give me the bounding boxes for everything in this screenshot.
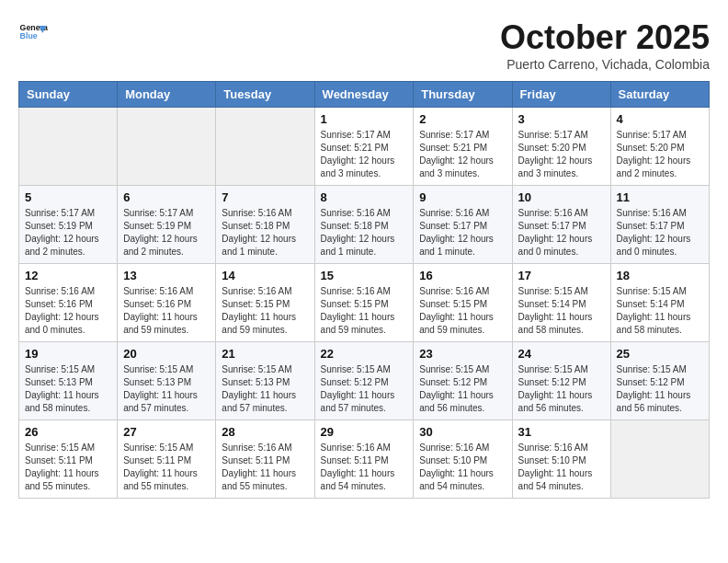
calendar-cell: 6Sunrise: 5:17 AM Sunset: 5:19 PM Daylig… <box>118 186 216 264</box>
calendar-cell: 25Sunrise: 5:15 AM Sunset: 5:12 PM Dayli… <box>610 342 709 420</box>
calendar-cell: 4Sunrise: 5:17 AM Sunset: 5:20 PM Daylig… <box>610 108 709 186</box>
weekday-header-row: SundayMondayTuesdayWednesdayThursdayFrid… <box>19 82 710 108</box>
page-header: General Blue October 2025 Puerto Carreno… <box>18 18 710 72</box>
day-number: 4 <box>617 112 703 126</box>
weekday-header-monday: Monday <box>118 82 216 108</box>
day-info: Sunrise: 5:15 AM Sunset: 5:12 PM Dayligh… <box>617 363 703 415</box>
calendar-cell: 2Sunrise: 5:17 AM Sunset: 5:21 PM Daylig… <box>414 108 512 186</box>
day-number: 11 <box>617 190 703 204</box>
day-number: 8 <box>321 190 408 204</box>
day-number: 10 <box>518 190 605 204</box>
calendar-cell: 9Sunrise: 5:16 AM Sunset: 5:17 PM Daylig… <box>414 186 512 264</box>
day-info: Sunrise: 5:16 AM Sunset: 5:15 PM Dayligh… <box>222 285 308 337</box>
calendar-cell: 27Sunrise: 5:15 AM Sunset: 5:11 PM Dayli… <box>118 420 216 499</box>
weekday-header-wednesday: Wednesday <box>314 82 414 108</box>
calendar-cell: 21Sunrise: 5:15 AM Sunset: 5:13 PM Dayli… <box>216 342 314 420</box>
day-number: 18 <box>617 269 703 282</box>
weekday-header-sunday: Sunday <box>19 82 118 108</box>
day-number: 22 <box>321 347 408 361</box>
day-number: 31 <box>518 425 605 439</box>
month-title: October 2025 <box>500 18 710 57</box>
day-info: Sunrise: 5:16 AM Sunset: 5:17 PM Dayligh… <box>419 207 506 259</box>
day-number: 21 <box>222 347 308 361</box>
day-info: Sunrise: 5:15 AM Sunset: 5:11 PM Dayligh… <box>123 442 210 493</box>
day-info: Sunrise: 5:15 AM Sunset: 5:13 PM Dayligh… <box>123 363 210 415</box>
calendar-cell <box>216 108 314 186</box>
calendar-cell: 10Sunrise: 5:16 AM Sunset: 5:17 PM Dayli… <box>512 186 610 264</box>
weekday-header-thursday: Thursday <box>414 82 512 108</box>
day-number: 7 <box>222 190 308 204</box>
calendar-cell <box>610 420 709 499</box>
calendar-cell: 16Sunrise: 5:16 AM Sunset: 5:15 PM Dayli… <box>414 264 512 342</box>
day-number: 20 <box>123 347 210 361</box>
day-number: 23 <box>419 347 506 361</box>
day-number: 6 <box>123 190 210 204</box>
day-info: Sunrise: 5:16 AM Sunset: 5:17 PM Dayligh… <box>518 207 605 259</box>
weekday-header-saturday: Saturday <box>610 82 709 108</box>
calendar-cell: 24Sunrise: 5:15 AM Sunset: 5:12 PM Dayli… <box>512 342 610 420</box>
calendar-cell: 26Sunrise: 5:15 AM Sunset: 5:11 PM Dayli… <box>19 420 118 499</box>
calendar-table: SundayMondayTuesdayWednesdayThursdayFrid… <box>18 81 710 499</box>
day-info: Sunrise: 5:16 AM Sunset: 5:15 PM Dayligh… <box>321 285 408 337</box>
calendar-cell <box>118 108 216 186</box>
day-info: Sunrise: 5:15 AM Sunset: 5:12 PM Dayligh… <box>419 363 506 415</box>
day-info: Sunrise: 5:16 AM Sunset: 5:11 PM Dayligh… <box>222 442 308 493</box>
day-number: 30 <box>419 425 506 439</box>
calendar-cell: 5Sunrise: 5:17 AM Sunset: 5:19 PM Daylig… <box>19 186 118 264</box>
calendar-cell: 12Sunrise: 5:16 AM Sunset: 5:16 PM Dayli… <box>19 264 118 342</box>
day-number: 16 <box>419 269 506 282</box>
calendar-cell: 31Sunrise: 5:16 AM Sunset: 5:10 PM Dayli… <box>512 420 610 499</box>
day-number: 2 <box>419 112 506 126</box>
calendar-cell: 15Sunrise: 5:16 AM Sunset: 5:15 PM Dayli… <box>314 264 414 342</box>
day-info: Sunrise: 5:15 AM Sunset: 5:12 PM Dayligh… <box>518 363 605 415</box>
day-info: Sunrise: 5:15 AM Sunset: 5:13 PM Dayligh… <box>222 363 308 415</box>
logo: General Blue <box>18 18 48 48</box>
calendar-cell: 22Sunrise: 5:15 AM Sunset: 5:12 PM Dayli… <box>314 342 414 420</box>
day-number: 14 <box>222 269 308 282</box>
day-number: 24 <box>518 347 605 361</box>
day-info: Sunrise: 5:17 AM Sunset: 5:21 PM Dayligh… <box>419 129 506 180</box>
calendar-cell: 13Sunrise: 5:16 AM Sunset: 5:16 PM Dayli… <box>118 264 216 342</box>
day-info: Sunrise: 5:16 AM Sunset: 5:15 PM Dayligh… <box>419 285 506 337</box>
week-row-2: 5Sunrise: 5:17 AM Sunset: 5:19 PM Daylig… <box>19 186 710 264</box>
day-info: Sunrise: 5:15 AM Sunset: 5:13 PM Dayligh… <box>25 363 111 415</box>
calendar-cell: 23Sunrise: 5:15 AM Sunset: 5:12 PM Dayli… <box>414 342 512 420</box>
calendar-cell: 19Sunrise: 5:15 AM Sunset: 5:13 PM Dayli… <box>19 342 118 420</box>
calendar-cell: 8Sunrise: 5:16 AM Sunset: 5:18 PM Daylig… <box>314 186 414 264</box>
day-number: 26 <box>25 425 111 439</box>
calendar-cell: 18Sunrise: 5:15 AM Sunset: 5:14 PM Dayli… <box>610 264 709 342</box>
day-number: 29 <box>321 425 408 439</box>
day-info: Sunrise: 5:15 AM Sunset: 5:14 PM Dayligh… <box>518 285 605 337</box>
day-info: Sunrise: 5:15 AM Sunset: 5:14 PM Dayligh… <box>617 285 703 337</box>
calendar-cell: 30Sunrise: 5:16 AM Sunset: 5:10 PM Dayli… <box>414 420 512 499</box>
day-number: 13 <box>123 269 210 282</box>
week-row-3: 12Sunrise: 5:16 AM Sunset: 5:16 PM Dayli… <box>19 264 710 342</box>
day-number: 3 <box>518 112 605 126</box>
day-info: Sunrise: 5:17 AM Sunset: 5:21 PM Dayligh… <box>321 129 408 180</box>
svg-text:Blue: Blue <box>20 31 38 40</box>
day-info: Sunrise: 5:16 AM Sunset: 5:18 PM Dayligh… <box>321 207 408 259</box>
calendar-cell: 14Sunrise: 5:16 AM Sunset: 5:15 PM Dayli… <box>216 264 314 342</box>
day-info: Sunrise: 5:16 AM Sunset: 5:16 PM Dayligh… <box>123 285 210 337</box>
day-number: 28 <box>222 425 308 439</box>
week-row-4: 19Sunrise: 5:15 AM Sunset: 5:13 PM Dayli… <box>19 342 710 420</box>
location: Puerto Carreno, Vichada, Colombia <box>500 57 710 72</box>
day-info: Sunrise: 5:17 AM Sunset: 5:20 PM Dayligh… <box>518 129 605 180</box>
day-number: 5 <box>25 190 111 204</box>
calendar-cell <box>19 108 118 186</box>
day-number: 17 <box>518 269 605 282</box>
calendar-cell: 17Sunrise: 5:15 AM Sunset: 5:14 PM Dayli… <box>512 264 610 342</box>
calendar-cell: 20Sunrise: 5:15 AM Sunset: 5:13 PM Dayli… <box>118 342 216 420</box>
day-number: 27 <box>123 425 210 439</box>
day-info: Sunrise: 5:16 AM Sunset: 5:16 PM Dayligh… <box>25 285 111 337</box>
day-number: 19 <box>25 347 111 361</box>
day-info: Sunrise: 5:15 AM Sunset: 5:12 PM Dayligh… <box>321 363 408 415</box>
day-info: Sunrise: 5:16 AM Sunset: 5:11 PM Dayligh… <box>321 442 408 493</box>
day-info: Sunrise: 5:17 AM Sunset: 5:19 PM Dayligh… <box>123 207 210 259</box>
logo-icon: General Blue <box>18 18 48 48</box>
calendar-cell: 1Sunrise: 5:17 AM Sunset: 5:21 PM Daylig… <box>314 108 414 186</box>
calendar-cell: 3Sunrise: 5:17 AM Sunset: 5:20 PM Daylig… <box>512 108 610 186</box>
day-number: 25 <box>617 347 703 361</box>
day-info: Sunrise: 5:17 AM Sunset: 5:19 PM Dayligh… <box>25 207 111 259</box>
calendar-cell: 11Sunrise: 5:16 AM Sunset: 5:17 PM Dayli… <box>610 186 709 264</box>
